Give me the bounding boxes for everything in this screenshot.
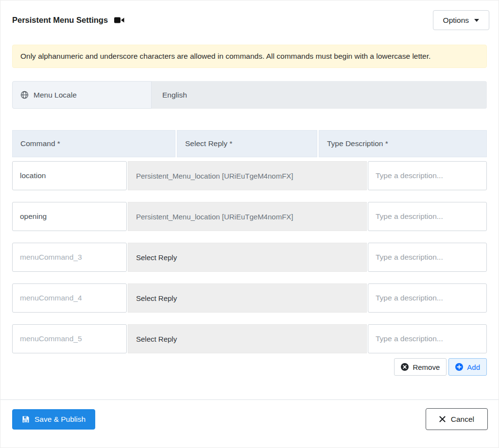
description-input[interactable] (368, 202, 487, 231)
table-row: Persistent_Menu_location [URiEuTgeM4nomF… (12, 202, 487, 231)
locale-label-text: Menu Locale (34, 91, 77, 100)
row-actions: Remove Add (12, 358, 487, 376)
footer-bar: Save & Publish Cancel (0, 400, 499, 440)
add-button[interactable]: Add (448, 358, 487, 376)
cancel-button[interactable]: Cancel (426, 408, 488, 430)
x-circle-icon (401, 363, 409, 371)
floppy-disk-icon (22, 415, 30, 423)
description-input[interactable] (368, 243, 487, 272)
commands-table: Command * Select Reply * Type Descriptio… (12, 130, 487, 353)
remove-button[interactable]: Remove (394, 358, 447, 376)
command-input[interactable] (12, 324, 127, 353)
globe-icon (20, 91, 29, 99)
column-header-type-description: Type Description * (319, 130, 487, 157)
reply-select[interactable]: Persistent_Menu_location [URiEuTgeM4nomF… (128, 161, 367, 190)
save-publish-button[interactable]: Save & Publish (12, 409, 95, 430)
locale-value: English (152, 81, 487, 109)
add-button-label: Add (467, 363, 480, 371)
page-title: Persistent Menu Settings (12, 16, 108, 25)
command-input[interactable] (12, 161, 127, 190)
options-button-label: Options (443, 16, 469, 25)
options-button[interactable]: Options (433, 10, 489, 30)
video-camera-icon (114, 17, 124, 24)
command-input[interactable] (12, 202, 127, 231)
remove-button-label: Remove (413, 363, 440, 371)
title-wrap: Persistent Menu Settings (12, 16, 124, 25)
column-header-command: Command * (12, 130, 175, 157)
column-header-select-reply: Select Reply * (177, 130, 317, 157)
locale-group: Menu Locale English (12, 81, 487, 109)
reply-select[interactable]: Select Reply (128, 243, 367, 272)
cancel-button-label: Cancel (451, 415, 474, 424)
plus-circle-icon (455, 363, 463, 371)
table-row: Persistent_Menu_location [URiEuTgeM4nomF… (12, 161, 487, 190)
persistent-menu-settings-panel: Persistent Menu Settings Options Only al… (0, 0, 499, 448)
table-header: Command * Select Reply * Type Descriptio… (12, 130, 487, 157)
locale-value-text: English (162, 91, 187, 100)
description-input[interactable] (368, 324, 487, 353)
table-row: Select Reply (12, 324, 487, 353)
command-input[interactable] (12, 243, 127, 272)
warning-alert: Only alphanumeric and underscore charact… (12, 45, 487, 68)
command-input[interactable] (12, 283, 127, 313)
x-icon (439, 416, 446, 422)
reply-select[interactable]: Persistent_Menu_location [URiEuTgeM4nomF… (128, 202, 367, 231)
save-publish-label: Save & Publish (34, 415, 86, 424)
table-row: Select Reply (12, 243, 487, 272)
description-input[interactable] (368, 161, 487, 190)
reply-select[interactable]: Select Reply (128, 283, 367, 313)
header-bar: Persistent Menu Settings Options (0, 0, 499, 30)
alert-text: Only alphanumeric and underscore charact… (20, 52, 430, 60)
description-input[interactable] (368, 283, 487, 313)
table-row: Select Reply (12, 283, 487, 313)
locale-label: Menu Locale (12, 81, 152, 109)
reply-select[interactable]: Select Reply (128, 324, 367, 353)
chevron-down-icon (474, 19, 479, 22)
